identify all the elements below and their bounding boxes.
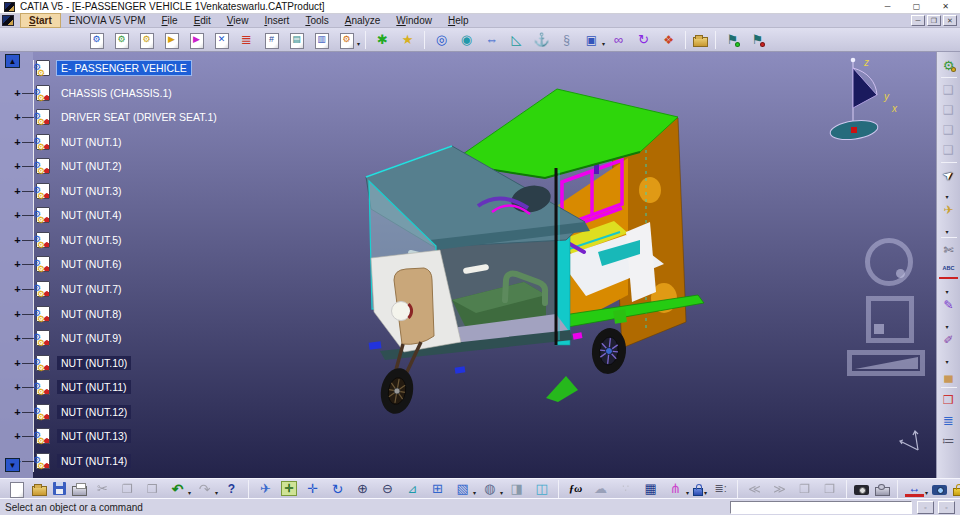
list-edit-icon[interactable]: ≣: [711,480,730,498]
sketch-pencil-icon[interactable]: ✎ [939,296,958,314]
selective-load-icon[interactable]: ▤ [287,31,306,49]
menu-enovia-v5-vpm[interactable]: ENOVIA V5 VPM [61,14,154,27]
save-icon[interactable] [53,482,66,495]
viewport-3d[interactable]: z y x E- PASSENGER VEHICLE+CHASSIS (CHAS… [0,52,936,478]
render-capture-icon[interactable] [932,485,947,495]
tree-expand-button[interactable]: + [12,137,23,147]
part-icon[interactable] [36,158,50,174]
camera-capture-icon[interactable] [854,485,869,495]
fly-pan-dropdown-caret[interactable]: ▾ [945,228,948,235]
tree-scroll-down-button[interactable]: ▼ [5,458,20,472]
security-lock-icon[interactable] [953,488,960,496]
tree-expand-button[interactable]: + [12,210,23,220]
angle-constraint-icon[interactable]: ◺ [507,31,526,49]
graph-box-1-icon[interactable]: ❑ [939,81,958,99]
offset-constraint-icon[interactable]: ⇔ [482,31,501,49]
update-gears-icon[interactable]: ⚙ [939,56,958,74]
part-icon[interactable] [36,306,50,322]
tree-item-label[interactable]: NUT (NUT.9) [57,331,125,345]
part-icon[interactable] [36,330,50,346]
fly-mode-icon[interactable]: ✈ [256,480,275,498]
send-to-folder-icon[interactable] [693,37,708,47]
part-icon[interactable] [36,256,50,272]
mdi-minimize-button[interactable]: ─ [911,15,925,26]
render-style-icon[interactable]: ◍ [480,480,499,498]
video-recorder-icon[interactable] [875,487,890,496]
hide-show-icon[interactable]: ◨ [507,480,526,498]
flag-note-green-icon[interactable]: ⚑ [723,31,742,49]
tree-item-label[interactable]: NUT (NUT.8) [57,307,125,321]
new-part-icon[interactable]: ⚙ [137,31,156,49]
fly-pan-icon[interactable]: ✈ [939,201,958,219]
copy-view-2-icon[interactable]: ❐ [820,480,839,498]
menu-tools[interactable]: Tools [297,14,336,27]
formula-icon[interactable]: ƒω [566,480,585,498]
tree-expand-button[interactable]: + [12,407,23,417]
select-arrow-dropdown-caret[interactable]: ▾ [945,193,948,200]
next-view-icon[interactable]: ≫ [770,480,789,498]
power-input[interactable] [730,501,912,514]
change-constraint-icon[interactable]: ↻ [634,31,653,49]
fit-all-icon[interactable]: ✛ [281,481,297,496]
product-icon[interactable] [36,60,50,76]
tree-expand-button[interactable]: + [12,333,23,343]
tree-expand-button[interactable]: + [12,186,23,196]
menu-start[interactable]: Start [20,13,61,28]
graph-tree-reordering-icon[interactable]: ≣ [237,31,256,49]
apply-tool-icon[interactable]: ✐ [939,331,958,349]
copy-view-1-icon[interactable]: ❐ [795,480,814,498]
existing-component-icon[interactable]: ▶ [162,31,181,49]
maximize-button[interactable]: ▢ [902,0,931,13]
text-annotation-abc-icon[interactable]: ABC [939,261,958,279]
contact-constraint-icon[interactable]: ◉ [457,31,476,49]
menu-analyze[interactable]: Analyze [337,14,389,27]
render-style-dropdown-caret[interactable]: ▾ [500,489,503,496]
tree-expand-button[interactable]: + [12,112,23,122]
mdi-restore-button[interactable]: ❐ [927,15,941,26]
tree-item-label[interactable]: NUT (NUT.12) [57,405,131,419]
tree-item-label[interactable]: NUT (NUT.10) [57,356,131,370]
fast-multi-instantiation-dropdown-caret[interactable]: ▾ [357,40,360,47]
fast-multi-instantiation-icon[interactable]: ⚙ [337,31,356,49]
tree-expand-button[interactable]: + [12,382,23,392]
zoom-in-icon[interactable]: ⊕ [353,480,372,498]
tree-item-label[interactable]: DRIVER SEAT (DRIVER SEAT.1) [57,110,221,124]
tree-expand-button[interactable]: + [12,358,23,368]
tree-expand-button[interactable]: + [12,235,23,245]
compass-3d[interactable]: z y x [829,57,898,142]
replace-component-icon[interactable]: ✕ [212,31,231,49]
menu-help[interactable]: Help [440,14,477,27]
sketch-pencil-dropdown-caret[interactable]: ▾ [945,323,948,330]
tree-item-label[interactable]: NUT (NUT.2) [57,159,125,173]
lock-mechanism-dropdown-caret[interactable]: ▾ [704,489,707,496]
copy-icon[interactable]: ❐ [118,480,137,498]
text-annotation-abc-dropdown-caret[interactable]: ▾ [945,288,948,295]
graph-box-3-icon[interactable]: ❑ [939,121,958,139]
clash-analysis-icon[interactable]: ✱ [373,31,392,49]
knowledge-inspector-icon[interactable]: ∵ [616,480,635,498]
tree-expand-button[interactable]: + [12,431,23,441]
menu-insert[interactable]: Insert [256,14,297,27]
part-icon[interactable] [36,207,50,223]
menu-view[interactable]: View [219,14,257,27]
select-arrow-icon[interactable]: ➤ [939,166,958,184]
model-front-wheel[interactable] [377,366,417,417]
tree-item-label[interactable]: E- PASSENGER VEHICLE [57,61,191,75]
tree-item-label[interactable]: NUT (NUT.7) [57,282,125,296]
part-icon[interactable] [36,453,50,469]
manage-representations-icon[interactable]: ▥ [312,31,331,49]
tree-expand-button[interactable]: + [12,284,23,294]
publish-dropdown-caret[interactable]: ▾ [686,489,689,496]
existing-component-positioned-icon[interactable]: ▶ [187,31,206,49]
status-mini-button-2[interactable]: ▫ [938,501,955,514]
part-icon[interactable] [36,281,50,297]
menu-file[interactable]: File [154,14,186,27]
quick-constraint-icon[interactable]: ▣ [582,31,601,49]
tree-item-label[interactable]: NUT (NUT.14) [57,454,131,468]
knowledge-annotation-icon[interactable]: ☁ [591,480,610,498]
part-icon[interactable] [36,232,50,248]
normal-view-icon[interactable]: ⊿ [403,480,422,498]
tree-item-label[interactable]: NUT (NUT.1) [57,135,125,149]
reuse-pattern-icon[interactable]: ❖ [659,31,678,49]
graph-box-4-icon[interactable]: ❑ [939,141,958,159]
